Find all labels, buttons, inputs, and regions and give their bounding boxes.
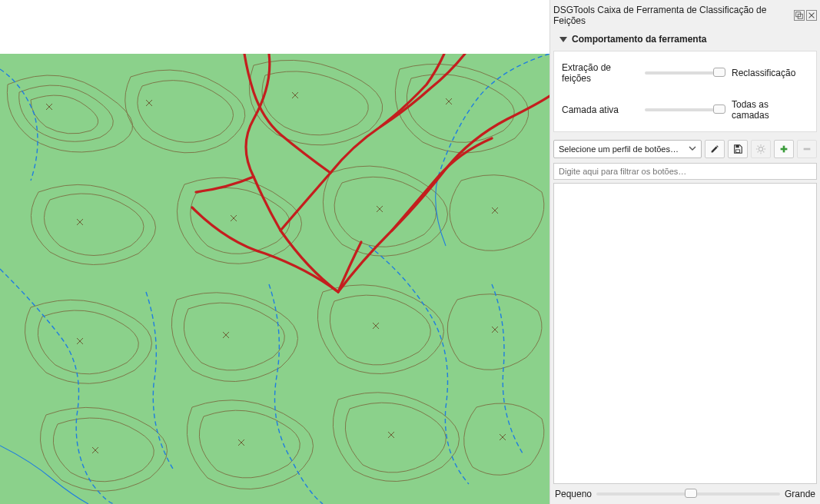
reclassify-label: Reclassificação <box>732 68 808 78</box>
section-header[interactable]: Comportamento da ferramenta <box>553 31 817 48</box>
panel-header: DSGTools Caixa de Ferramenta de Classifi… <box>553 3 817 31</box>
size-slider[interactable] <box>596 492 780 496</box>
svg-rect-37 <box>735 150 739 153</box>
profile-select[interactable]: Selecione um perfil de botões… <box>553 140 702 158</box>
collapse-triangle-icon <box>559 37 567 42</box>
extract-label: Extração de feições <box>562 62 639 84</box>
svg-line-46 <box>758 151 759 152</box>
svg-line-45 <box>763 146 764 147</box>
svg-point-38 <box>759 147 762 151</box>
profile-select-text: Selecione um perfil de botões… <box>559 144 679 154</box>
svg-line-44 <box>763 151 764 152</box>
size-slider-row: Pequeno Grande <box>553 484 817 501</box>
map-area <box>0 0 549 504</box>
all-layers-label: Todas as camadas <box>732 99 808 121</box>
toolbar: Selecione um perfil de botões… <box>553 140 817 158</box>
add-button[interactable] <box>774 140 794 158</box>
detach-icon[interactable] <box>794 10 805 21</box>
svg-rect-36 <box>735 145 739 148</box>
filter-input[interactable] <box>553 163 817 180</box>
remove-button <box>797 140 817 158</box>
panel-title: DSGTools Caixa de Ferramenta de Classifi… <box>553 5 794 26</box>
size-large-label: Grande <box>785 489 815 499</box>
save-button[interactable] <box>728 140 748 158</box>
svg-line-43 <box>758 146 759 147</box>
mode-slider[interactable] <box>645 71 725 75</box>
button-list[interactable] <box>553 183 817 484</box>
behavior-controls: Extração de feições Reclassificação Cama… <box>553 51 817 132</box>
edit-button[interactable] <box>705 140 725 158</box>
size-small-label: Pequeno <box>555 489 592 499</box>
active-layer-label: Camada ativa <box>562 104 639 115</box>
chevron-down-icon <box>689 144 696 154</box>
close-icon[interactable] <box>806 10 817 21</box>
map-canvas[interactable] <box>0 54 549 504</box>
sidebar-panel: DSGTools Caixa de Ferramenta de Classifi… <box>549 0 820 504</box>
settings-button <box>751 140 771 158</box>
layer-slider[interactable] <box>645 108 725 111</box>
section-title: Comportamento da ferramenta <box>572 34 706 45</box>
